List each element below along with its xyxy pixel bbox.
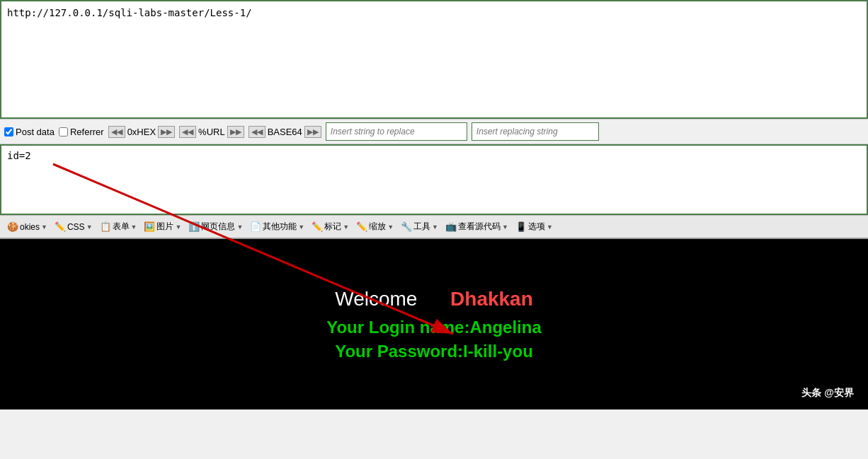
form-label: 表单 [113,221,130,233]
cookies-dropdown: ▼ [41,223,47,231]
tools-label: 工具 [413,221,430,233]
zoom-label: 缩放 [369,221,386,233]
insert-replacing-input[interactable] [472,122,599,141]
browser-tool-css[interactable]: ✏️ CSS ▼ [52,220,96,233]
url-section: http://127.0.0.1/sqli-labs-master/Less-1… [0,0,868,119]
page-info-dropdown: ▼ [236,223,243,231]
post-data-checkbox[interactable] [4,127,13,136]
oxhex-label: 0xHEX [127,127,156,137]
browser-toolbar: 🍪 okies ▼ ✏️ CSS ▼ 📋 表单 ▼ 🖼️ 图片 ▼ ℹ️ 网页信… [0,215,868,239]
form-icon: 📋 [100,221,111,232]
referrer-checkbox[interactable] [59,127,68,136]
tools-dropdown: ▼ [432,223,438,231]
toolbar-row: Post data Referrer ◀◀ 0xHEX ▶▶ ◀◀ %URL ▶… [0,119,868,144]
options-label: 选项 [528,221,545,233]
percent-url-arrow-right[interactable]: ▶▶ [227,126,244,138]
source-icon: 📺 [445,221,457,232]
other-label: 其他功能 [263,221,297,233]
source-dropdown: ▼ [502,223,508,231]
form-dropdown: ▼ [131,223,137,231]
browser-tool-form[interactable]: 📋 表单 ▼ [97,219,140,234]
post-data-checkbox-label[interactable]: Post data [4,127,55,137]
welcome-prefix: Welcome [335,288,417,310]
black-content-area: Welcome Dhakkan Your Login name:Angelina… [0,239,868,409]
base64-arrow-left[interactable]: ◀◀ [249,126,265,138]
page-info-label: 网页信息 [201,221,235,233]
zoom-dropdown: ▼ [387,223,394,231]
source-label: 查看源代码 [458,221,501,233]
browser-tool-source[interactable]: 📺 查看源代码 ▼ [442,219,511,234]
page-info-icon: ℹ️ [188,221,200,232]
base64-label: BASE64 [268,127,302,137]
percent-url-arrow-left[interactable]: ◀◀ [179,126,196,138]
base64-group: ◀◀ BASE64 ▶▶ [249,126,321,138]
referrer-checkbox-label[interactable]: Referrer [59,127,104,137]
oxhex-arrow-left[interactable]: ◀◀ [108,126,125,138]
oxhex-arrow-right[interactable]: ▶▶ [158,126,175,138]
post-data-label: Post data [16,127,55,137]
base64-arrow-right[interactable]: ▶▶ [304,126,321,138]
insert-string-input[interactable] [326,122,467,141]
mark-label: 标记 [324,221,341,233]
images-icon: 🖼️ [144,221,155,232]
browser-tool-zoom[interactable]: ✏️ 缩放 ▼ [353,219,396,234]
browser-tool-page-info[interactable]: ℹ️ 网页信息 ▼ [185,219,246,234]
css-label: CSS [67,222,85,232]
oxhex-group: ◀◀ 0xHEX ▶▶ [108,126,175,138]
css-icon: ✏️ [55,221,66,232]
cookies-label: okies [20,222,40,232]
options-icon: 📱 [515,221,527,232]
welcome-name: Dhakkan [450,288,533,310]
images-label: 图片 [156,221,173,233]
browser-tool-tools[interactable]: 🔧 工具 ▼ [398,219,441,234]
other-icon: 📄 [250,221,261,232]
browser-tool-images[interactable]: 🖼️ 图片 ▼ [141,219,184,234]
other-dropdown: ▼ [298,223,304,231]
percent-url-group: ◀◀ %URL ▶▶ [179,126,244,138]
password-line: Your Password:I-kill-you [335,342,533,361]
cookies-icon: 🍪 [7,221,18,232]
post-data-section: id=2 [0,144,868,215]
mark-dropdown: ▼ [343,223,349,231]
watermark: 头条 @安界 [801,387,854,400]
referrer-label: Referrer [70,127,104,137]
css-dropdown: ▼ [86,223,93,231]
login-line: Your Login name:Angelina [326,318,542,337]
mark-icon: ✏️ [312,221,323,232]
options-dropdown: ▼ [547,223,553,231]
browser-tool-options[interactable]: 📱 选项 ▼ [513,219,556,234]
browser-tool-mark[interactable]: ✏️ 标记 ▼ [309,219,352,234]
percent-url-label: %URL [198,127,225,137]
images-dropdown: ▼ [175,223,181,231]
browser-tool-cookies[interactable]: 🍪 okies ▼ [4,220,50,233]
browser-tool-other[interactable]: 📄 其他功能 ▼ [247,219,307,234]
zoom-icon: ✏️ [356,221,367,232]
main-wrapper: http://127.0.0.1/sqli-labs-master/Less-1… [0,0,868,459]
post-data-content: id=2 [7,150,31,161]
welcome-line: Welcome Dhakkan [335,288,533,310]
tools-icon: 🔧 [401,221,412,232]
url-text: http://127.0.0.1/sqli-labs-master/Less-1… [7,7,252,18]
